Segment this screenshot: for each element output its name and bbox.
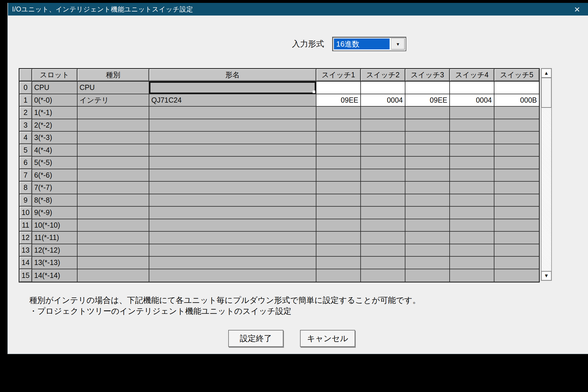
switch-cell-1[interactable] xyxy=(316,244,361,257)
slot-cell[interactable]: 4(*-4) xyxy=(32,144,78,157)
switch-cell-2[interactable] xyxy=(361,207,405,219)
type-cell[interactable] xyxy=(78,182,149,194)
switch-cell-5[interactable] xyxy=(494,144,539,157)
slot-cell[interactable]: 14(*-14) xyxy=(32,269,78,282)
model-cell[interactable] xyxy=(149,107,316,119)
switch-cell-3[interactable] xyxy=(405,269,450,282)
switch-cell-4[interactable] xyxy=(450,219,494,232)
switch-cell-5[interactable] xyxy=(494,257,539,269)
model-cell[interactable] xyxy=(149,144,316,157)
switch-cell-2[interactable] xyxy=(361,107,405,119)
switch-cell-1[interactable] xyxy=(316,169,361,182)
switch-cell-2[interactable] xyxy=(361,169,405,182)
switch-cell-3[interactable] xyxy=(405,169,450,182)
switch-cell-4[interactable] xyxy=(450,82,494,94)
switch-cell-4[interactable]: 0004 xyxy=(450,94,494,107)
slot-cell[interactable]: 13(*-13) xyxy=(32,257,78,269)
switch-cell-5[interactable] xyxy=(494,169,539,182)
switch-cell-2[interactable] xyxy=(361,144,405,157)
switch-cell-1[interactable] xyxy=(316,132,361,144)
close-icon[interactable]: × xyxy=(570,3,584,16)
switch-cell-1[interactable] xyxy=(316,107,361,119)
switch-cell-4[interactable] xyxy=(450,257,494,269)
switch-cell-5[interactable] xyxy=(494,132,539,144)
slot-cell[interactable]: 1(*-1) xyxy=(32,107,78,119)
switch-cell-4[interactable] xyxy=(450,119,494,132)
switch-cell-5[interactable] xyxy=(494,107,539,119)
slot-cell[interactable]: 8(*-8) xyxy=(32,194,78,207)
switch-cell-3[interactable] xyxy=(405,119,450,132)
type-cell[interactable] xyxy=(78,107,149,119)
setting-end-button[interactable]: 設定終了 xyxy=(228,330,283,347)
switch-cell-2[interactable] xyxy=(361,219,405,232)
slot-cell[interactable]: 11(*-11) xyxy=(32,232,78,244)
switch-cell-2[interactable] xyxy=(361,269,405,282)
type-cell[interactable] xyxy=(78,157,149,169)
switch-cell-2[interactable] xyxy=(361,244,405,257)
switch-cell-4[interactable] xyxy=(450,207,494,219)
type-cell[interactable]: インテリ xyxy=(78,94,149,107)
switch-cell-2[interactable] xyxy=(361,82,405,94)
slot-cell[interactable]: 3(*-3) xyxy=(32,132,78,144)
model-cell[interactable] xyxy=(149,119,316,132)
slot-cell[interactable]: 5(*-5) xyxy=(32,157,78,169)
switch-cell-2[interactable] xyxy=(361,257,405,269)
type-cell[interactable]: CPU xyxy=(78,82,149,94)
switch-cell-2[interactable]: 0004 xyxy=(361,94,405,107)
switch-cell-4[interactable] xyxy=(450,132,494,144)
switch-cell-3[interactable] xyxy=(405,107,450,119)
type-cell[interactable] xyxy=(78,169,149,182)
vertical-scrollbar[interactable]: ▲ ▼ xyxy=(541,68,552,281)
type-cell[interactable] xyxy=(78,207,149,219)
switch-cell-5[interactable] xyxy=(494,182,539,194)
model-cell[interactable] xyxy=(149,169,316,182)
switch-cell-1[interactable] xyxy=(316,119,361,132)
switch-cell-3[interactable] xyxy=(405,132,450,144)
cancel-button[interactable]: キャンセル xyxy=(300,330,355,347)
switch-cell-5[interactable]: 000B xyxy=(494,94,539,107)
switch-cell-2[interactable] xyxy=(361,132,405,144)
switch-cell-1[interactable] xyxy=(316,182,361,194)
model-cell[interactable] xyxy=(149,232,316,244)
switch-cell-1[interactable] xyxy=(316,82,361,94)
slot-cell[interactable]: 9(*-9) xyxy=(32,207,78,219)
switch-cell-3[interactable] xyxy=(405,244,450,257)
switch-cell-3[interactable] xyxy=(405,257,450,269)
slot-cell[interactable]: 0(*-0) xyxy=(32,94,78,107)
type-cell[interactable] xyxy=(78,132,149,144)
slot-cell[interactable]: 12(*-12) xyxy=(32,244,78,257)
model-cell[interactable] xyxy=(149,219,316,232)
combo-dropdown-icon[interactable]: ▼ xyxy=(391,38,405,50)
slot-cell[interactable]: 7(*-7) xyxy=(32,182,78,194)
switch-cell-1[interactable] xyxy=(316,257,361,269)
switch-cell-3[interactable] xyxy=(405,194,450,207)
type-cell[interactable] xyxy=(78,144,149,157)
switch-cell-4[interactable] xyxy=(450,169,494,182)
model-cell[interactable] xyxy=(149,257,316,269)
model-cell[interactable] xyxy=(149,132,316,144)
switch-cell-3[interactable] xyxy=(405,182,450,194)
switch-cell-3[interactable] xyxy=(405,219,450,232)
switch-cell-5[interactable] xyxy=(494,219,539,232)
switch-cell-5[interactable] xyxy=(494,119,539,132)
switch-cell-2[interactable] xyxy=(361,119,405,132)
model-cell[interactable] xyxy=(149,82,316,94)
switch-cell-2[interactable] xyxy=(361,194,405,207)
scroll-down-icon[interactable]: ▼ xyxy=(541,271,551,280)
type-cell[interactable] xyxy=(78,219,149,232)
switch-cell-1[interactable] xyxy=(316,232,361,244)
switch-cell-4[interactable] xyxy=(450,182,494,194)
switch-cell-1[interactable] xyxy=(316,219,361,232)
model-cell[interactable]: QJ71C24 xyxy=(149,94,316,107)
switch-cell-1[interactable]: 09EE xyxy=(316,94,361,107)
type-cell[interactable] xyxy=(78,269,149,282)
type-cell[interactable] xyxy=(78,244,149,257)
slot-cell[interactable]: 2(*-2) xyxy=(32,119,78,132)
switch-cell-3[interactable] xyxy=(405,144,450,157)
switch-cell-1[interactable] xyxy=(316,157,361,169)
switch-cell-5[interactable] xyxy=(494,232,539,244)
scroll-up-icon[interactable]: ▲ xyxy=(541,69,551,78)
switch-cell-4[interactable] xyxy=(450,157,494,169)
switch-cell-3[interactable]: 09EE xyxy=(405,94,450,107)
scrollbar-thumb[interactable] xyxy=(541,78,551,108)
